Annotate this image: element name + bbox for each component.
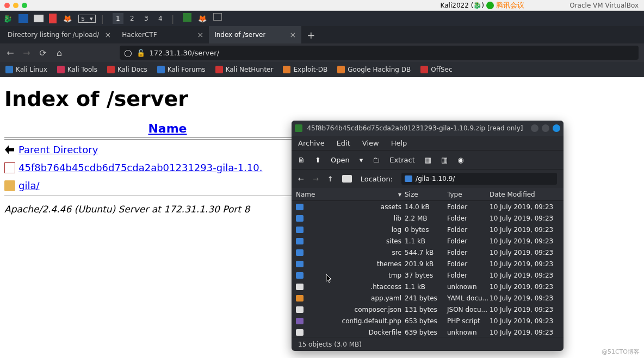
- bookmark-kali-docs[interactable]: Kali Docs: [107, 66, 147, 73]
- file-row[interactable]: src544.7 kBFolder10 July 2019, 09:23: [292, 247, 564, 258]
- bookmark-kali-tools[interactable]: Kali Tools: [57, 66, 97, 73]
- workspace-4[interactable]: 4: [155, 13, 166, 24]
- file-manager-icon[interactable]: [34, 15, 44, 22]
- file-row[interactable]: Dockerfile639 bytesunknown10 July 2019, …: [292, 326, 564, 337]
- bookmark-offsec[interactable]: OffSec: [420, 66, 452, 73]
- bookmark-kali-nethunter[interactable]: Kali NetHunter: [215, 66, 274, 73]
- new-archive-icon[interactable]: 🗎: [298, 156, 305, 164]
- text-editor-icon[interactable]: [49, 14, 57, 23]
- file-row[interactable]: .htaccess1.1 kBunknown10 July 2019, 09:2…: [292, 281, 564, 292]
- dir-link[interactable]: 45f8b764b45cdb6d75cda2ab01231293-gila-1.…: [18, 162, 262, 173]
- bookmark-google-hacking-db[interactable]: Google Hacking DB: [337, 66, 411, 73]
- folder-icon: [405, 175, 412, 182]
- loc-up-icon[interactable]: ↑: [327, 175, 333, 183]
- workspace-3[interactable]: 3: [141, 13, 152, 24]
- toolbar-icon-1[interactable]: ▦: [425, 156, 431, 164]
- reload-icon[interactable]: ⟳: [38, 48, 48, 58]
- extract-icon[interactable]: 🗀: [373, 156, 380, 164]
- taskbar-app-1[interactable]: [18, 14, 28, 23]
- file-row[interactable]: config.default.php653 bytesPHP script10 …: [292, 315, 564, 326]
- maximize-button[interactable]: [542, 124, 549, 132]
- workspace-1[interactable]: 1: [113, 13, 123, 24]
- file-type: unknown: [447, 329, 490, 336]
- file-row[interactable]: lib2.2 MBFolder10 July 2019, 09:23: [292, 212, 564, 224]
- file-type: Folder: [447, 203, 490, 211]
- add-files-icon[interactable]: ⬆: [315, 156, 321, 164]
- bookmark-kali-linux[interactable]: Kali Linux: [5, 66, 47, 73]
- minimize-dot[interactable]: [13, 3, 18, 8]
- tabs-row: Directory listing for /upload/ × HackerC…: [0, 26, 644, 43]
- close-icon[interactable]: ×: [197, 30, 203, 39]
- file-size: 2.2 MB: [405, 215, 447, 222]
- close-button[interactable]: [553, 124, 560, 132]
- dir-entry: 45f8b764b45cdb6d75cda2ab01231293-gila-1.…: [4, 159, 331, 177]
- toolbar-icon-2[interactable]: ▦: [441, 156, 448, 164]
- col-name-header[interactable]: Name ▾: [296, 191, 405, 198]
- open-dropdown-icon[interactable]: ▾: [360, 156, 363, 164]
- listing-header: Name: [4, 122, 331, 138]
- archive-title-text: 45f8b764b45cdb6d75cda2ab01231293-gila-1.…: [302, 124, 528, 132]
- file-type-icon: [296, 272, 304, 279]
- loc-forward-icon[interactable]: →: [313, 175, 319, 183]
- menu-edit[interactable]: Edit: [337, 139, 350, 147]
- dir-link[interactable]: gila/: [18, 180, 40, 191]
- close-icon[interactable]: ×: [289, 30, 296, 39]
- loc-back-icon[interactable]: ←: [298, 175, 304, 183]
- bookmark-kali-forums[interactable]: Kali Forums: [157, 66, 206, 73]
- tencent-text: 腾讯会议: [496, 1, 524, 10]
- menu-archive[interactable]: Archive: [298, 139, 325, 147]
- tab-hackerctf[interactable]: HackerCTF ×: [116, 26, 209, 43]
- shield-icon[interactable]: ◯: [124, 49, 132, 57]
- file-row[interactable]: assets14.0 kBFolder10 July 2019, 09:23: [292, 201, 564, 212]
- dir-entry: gila/: [4, 177, 331, 194]
- archive-running-icon[interactable]: [183, 13, 191, 22]
- address-bar[interactable]: ◯ 🔓 172.31.1.30/server/: [120, 46, 639, 60]
- menu-view[interactable]: View: [362, 139, 379, 147]
- forward-icon[interactable]: →: [22, 48, 32, 58]
- menu-help[interactable]: Help: [391, 139, 407, 147]
- name-sort-link[interactable]: Name: [148, 122, 187, 135]
- extract-button[interactable]: Extract: [389, 156, 415, 164]
- file-date: 10 July 2019, 09:23: [490, 249, 559, 256]
- bookmark-exploit-db[interactable]: Exploit-DB: [283, 66, 327, 73]
- terminal-dropdown-icon[interactable]: $_ ▾: [78, 15, 96, 23]
- col-size-header[interactable]: Size: [405, 191, 447, 198]
- firefox-icon[interactable]: 🦊: [62, 13, 73, 24]
- dir-entry: Parent Directory: [4, 141, 331, 159]
- bookmarks-bar: Kali LinuxKali ToolsKali DocsKali Forums…: [0, 62, 644, 77]
- loc-home-icon[interactable]: [342, 175, 352, 183]
- new-tab-button[interactable]: +: [301, 29, 320, 41]
- archive-titlebar[interactable]: 45f8b764b45cdb6d75cda2ab01231293-gila-1.…: [292, 121, 564, 136]
- maximize-dot[interactable]: [22, 3, 27, 8]
- tab-label: Directory listing for /upload/: [8, 31, 99, 39]
- close-icon[interactable]: ×: [104, 30, 111, 39]
- col-type-header[interactable]: Type: [447, 191, 490, 198]
- home-icon[interactable]: ⌂: [54, 48, 64, 58]
- close-dot[interactable]: [4, 3, 10, 8]
- file-row[interactable]: themes201.9 kBFolder10 July 2019, 09:23: [292, 258, 564, 269]
- back-icon[interactable]: ←: [5, 48, 15, 58]
- bookmark-label: Kali Tools: [67, 66, 97, 73]
- file-row[interactable]: tmp37 bytesFolder10 July 2019, 09:23: [292, 269, 564, 281]
- kali-menu-icon[interactable]: 🐉: [2, 13, 13, 24]
- file-size: 14.0 kB: [405, 203, 447, 211]
- location-input[interactable]: /gila-1.10.9/: [401, 173, 557, 185]
- workspace-2[interactable]: 2: [127, 13, 138, 24]
- file-row[interactable]: app.yaml241 bytesYAML docu...10 July 201…: [292, 292, 564, 304]
- file-row[interactable]: composer.json131 bytesJSON docu...10 Jul…: [292, 304, 564, 315]
- file-type: Folder: [447, 215, 490, 222]
- file-row[interactable]: log0 bytesFolder10 July 2019, 09:23: [292, 224, 564, 235]
- file-type-icon: [296, 261, 304, 267]
- col-date-header[interactable]: Date Modified: [490, 191, 559, 198]
- file-row[interactable]: sites1.1 kBFolder10 July 2019, 09:23: [292, 235, 564, 247]
- file-type: Folder: [447, 260, 490, 268]
- insecure-lock-icon[interactable]: 🔓: [137, 49, 145, 57]
- terminal-running-icon[interactable]: [213, 13, 222, 21]
- tab-directory-listing[interactable]: Directory listing for /upload/ ×: [2, 26, 116, 43]
- minimize-button[interactable]: [531, 124, 538, 132]
- open-button[interactable]: Open: [331, 156, 350, 164]
- firefox-running-icon[interactable]: 🦊: [197, 13, 208, 24]
- dir-link[interactable]: Parent Directory: [18, 144, 98, 155]
- tab-index-of-server[interactable]: Index of /server ×: [209, 26, 301, 43]
- toolbar-stop-icon[interactable]: ◉: [457, 156, 463, 164]
